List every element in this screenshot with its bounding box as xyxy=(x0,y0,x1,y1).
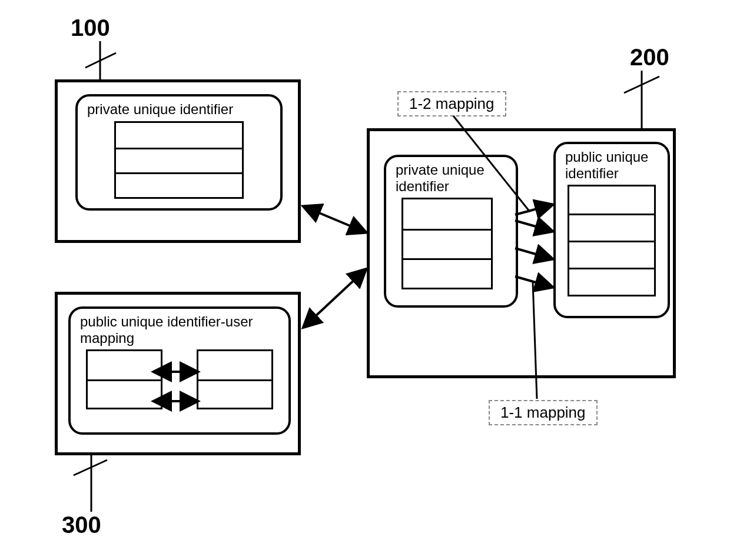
private-id-rows-100 xyxy=(114,121,244,199)
private-id-rows-200 xyxy=(402,198,493,289)
ref-label-200: 200 xyxy=(630,44,669,71)
mapping-tables-wrap xyxy=(80,349,279,420)
panel-public-id-user-mapping: public unique identifier-user mapping xyxy=(68,306,291,435)
table-row xyxy=(88,351,161,379)
table-row xyxy=(198,379,271,408)
table-row xyxy=(116,123,242,148)
table-row xyxy=(403,229,491,258)
svg-line-6 xyxy=(304,206,366,232)
svg-line-5 xyxy=(74,460,107,475)
box-100: private unique identifier xyxy=(55,79,301,243)
ref-label-300: 300 xyxy=(62,512,101,538)
table-row xyxy=(198,351,271,379)
table-row xyxy=(569,241,654,268)
panel-title-private-id-200: private unique identifier xyxy=(396,162,506,194)
table-row xyxy=(569,214,654,241)
panel-public-id-200: public unique identifier xyxy=(553,142,670,318)
panel-private-id-200: private unique identifier xyxy=(384,155,518,308)
table-row xyxy=(116,172,242,197)
panel-private-id-100: private unique identifier xyxy=(75,94,283,211)
table-row xyxy=(403,199,491,229)
box-200: private unique identifier public unique … xyxy=(367,128,676,378)
panel-title-public-id-200: public unique identifier xyxy=(565,149,658,181)
public-id-rows-200 xyxy=(568,185,656,296)
mapping-right-col xyxy=(197,349,273,409)
table-row xyxy=(88,379,161,408)
ref-label-100: 100 xyxy=(71,15,110,41)
table-row xyxy=(403,258,491,288)
svg-line-7 xyxy=(304,269,366,327)
label-1-1-mapping: 1-1 mapping xyxy=(489,400,598,425)
svg-line-3 xyxy=(624,76,659,93)
table-row xyxy=(569,268,654,295)
panel-title-public-map: public unique identifier-user mapping xyxy=(80,314,279,346)
table-row xyxy=(116,148,242,172)
label-1-2-mapping: 1-2 mapping xyxy=(397,91,506,116)
table-row xyxy=(569,186,654,214)
svg-line-1 xyxy=(85,53,116,68)
mapping-left-col xyxy=(86,349,162,409)
panel-title-private-id-100: private unique identifier xyxy=(87,101,271,118)
box-300: public unique identifier-user mapping xyxy=(55,292,301,455)
